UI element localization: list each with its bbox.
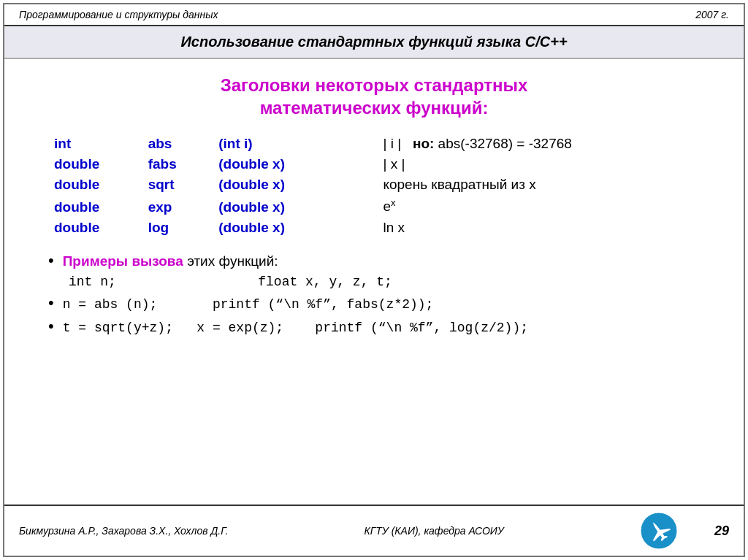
bullet-dot: • (48, 294, 54, 312)
bottom-bar: Бикмурзина А.Р., Захарова З.Х., Хохлов Д… (4, 505, 744, 556)
table-row: double exp (double x) ex (48, 195, 700, 217)
func-name: exp (142, 195, 213, 217)
func-keyword: double (48, 218, 142, 238)
code-indent-line: int n; float x, y, z, t; (48, 275, 700, 289)
func-keyword: int (48, 134, 142, 154)
func-params: (double x) (213, 195, 377, 217)
top-bar: Программирование и структуры данных 2007… (4, 4, 744, 26)
func-params: (int i) (213, 134, 377, 154)
top-left-text: Программирование и структуры данных (19, 9, 218, 20)
func-desc: ln x (377, 218, 700, 238)
func-params: (double x) (213, 218, 377, 238)
bullet-content: Примеры вызова этих функций: (63, 253, 700, 269)
bullet-text: этих функций: (183, 253, 278, 269)
bullet-item-2: • n = abs (n); printf (“\n %f”, fabs(z*2… (48, 294, 700, 312)
bullet-code-1: n = abs (n); printf (“\n %f”, fabs(z*2))… (63, 297, 700, 312)
func-keyword: double (48, 174, 142, 195)
header-text: Использование стандартных функций языка … (180, 34, 567, 50)
func-name: sqrt (142, 174, 213, 195)
bullet-item-1: • Примеры вызова этих функций: (48, 251, 700, 270)
bullet-item-3: • t = sqrt(y+z); x = exp(z); printf (“\n… (48, 317, 700, 336)
func-name: abs (142, 134, 213, 154)
table-row: double log (double x) ln x (48, 218, 700, 238)
func-desc: корень квадратный из x (377, 174, 700, 195)
bullet-section: • Примеры вызова этих функций: int n; fl… (48, 251, 700, 336)
highlight-text: Примеры вызова (63, 253, 183, 269)
func-desc-exp: ex (377, 195, 700, 217)
top-right-text: 2007 г. (695, 9, 729, 20)
slide-header: Использование стандартных функций языка … (4, 26, 744, 59)
section-title: Заголовки некоторых стандартных математи… (48, 74, 700, 119)
functions-table: int abs (int i) | i | но: abs(-32768) = … (48, 134, 700, 237)
bullet-code-2: t = sqrt(y+z); x = exp(z); printf (“\n %… (63, 321, 700, 335)
main-content: Заголовки некоторых стандартных математи… (4, 59, 744, 350)
table-row: int abs (int i) | i | но: abs(-32768) = … (48, 134, 700, 154)
table-row: double fabs (double x) | x | (48, 154, 700, 174)
func-name: fabs (142, 154, 213, 174)
bottom-left-text: Бикмурзина А.Р., Захарова З.Х., Хохлов Д… (19, 525, 228, 537)
page-number: 29 (714, 523, 729, 539)
airplane-icon (640, 512, 678, 550)
bottom-center-text: КГТУ (КАИ), кафедра АСОИУ (364, 525, 503, 537)
func-keyword: double (48, 154, 142, 174)
bullet-dot: • (48, 317, 54, 336)
table-row: double sqrt (double x) корень квадратный… (48, 174, 700, 195)
func-name: log (142, 218, 213, 238)
bullet-dot: • (48, 251, 54, 270)
func-desc: | i | но: abs(-32768) = -32768 (377, 134, 700, 154)
func-desc: | x | (377, 154, 700, 174)
func-params: (double x) (213, 154, 377, 174)
func-params: (double x) (213, 174, 377, 195)
func-keyword: double (48, 195, 142, 217)
